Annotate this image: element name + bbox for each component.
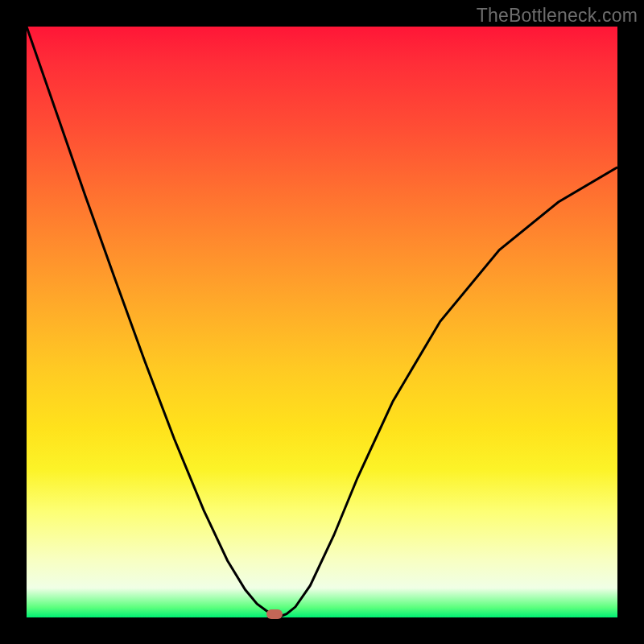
watermark-text: TheBottleneck.com <box>477 5 638 27</box>
chart-frame: TheBottleneck.com <box>0 0 644 644</box>
chart-svg <box>27 27 617 617</box>
curve-line <box>27 27 617 617</box>
minimum-marker <box>266 609 283 619</box>
